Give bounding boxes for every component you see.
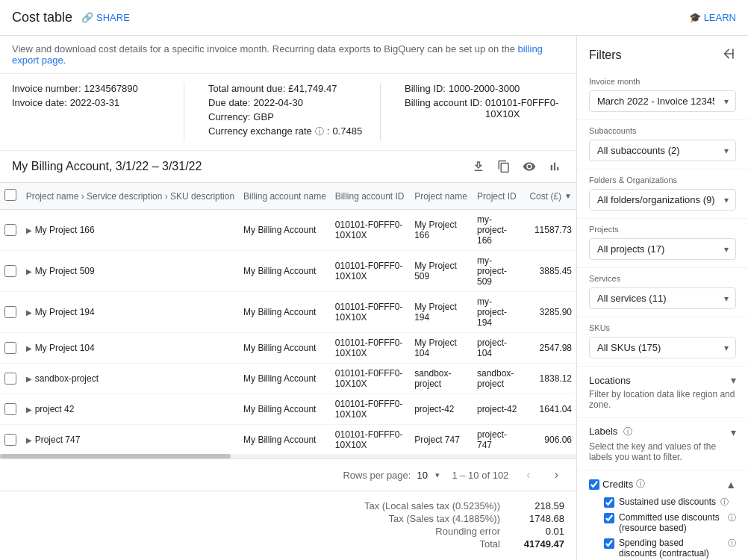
row-cost: 3285.90 [524,292,576,333]
total-row: Tax (Sales tax (4.1885%)) 1748.68 [12,513,564,524]
table-row: ▶My Project 166 My Billing Account 01010… [0,210,576,251]
row-project-name: My Project 166 [410,210,473,251]
total-label: Total [291,538,500,550]
expand-icon[interactable]: ▶ [26,226,32,234]
table-header: Project name › Service description › SKU… [0,183,576,210]
row-checkbox-cell[interactable] [0,394,22,425]
row-project: ▶Project 747 [22,425,239,455]
row-cost: 1641.04 [524,394,576,425]
labels-info-icon[interactable]: ⓘ [623,426,632,437]
col-cost-header[interactable]: Cost (£) ▼ [524,183,576,210]
table-row: ▶My Project 509 My Billing Account 01010… [0,251,576,292]
credits-checkbox[interactable] [589,479,599,490]
table-row: ▶project 42 My Billing Account 010101-F0… [0,394,576,425]
row-checkbox-cell[interactable] [0,425,22,455]
expand-icon[interactable]: ▶ [26,405,32,414]
total-label: Tax (Sales tax (4.1885%)) [291,513,500,524]
row-checkbox[interactable] [4,306,16,318]
row-checkbox-cell[interactable] [0,364,22,394]
projects-select[interactable]: All projects (17) [589,238,736,260]
col-project-header[interactable]: Project name › Service description › SKU… [22,183,239,210]
select-all-checkbox[interactable] [4,189,16,201]
row-project-name: sandbox-project [410,364,473,394]
row-project: ▶My Project 166 [22,210,239,251]
row-project-name: My Project 104 [410,333,473,364]
row-checkbox[interactable] [4,342,16,354]
expand-icon[interactable]: ▶ [26,436,32,444]
row-checkbox-cell[interactable] [0,292,22,333]
collapse-filters-button[interactable] [721,46,736,63]
top-header: Cost table 🔗 SHARE 🎓 LEARN [0,0,748,36]
row-checkbox[interactable] [4,224,16,236]
col-billing-name-header[interactable]: Billing account name [239,183,331,210]
row-billing-id: 010101-F0FFF0-10X10X [331,425,410,455]
total-value: 218.59 [512,500,564,511]
subaccounts-select[interactable]: All subaccounts (2) [589,140,736,161]
table-container: Project name › Service description › SKU… [0,182,576,454]
row-checkbox-cell[interactable] [0,251,22,292]
row-checkbox[interactable] [4,265,16,277]
row-project-name: My Project 194 [410,292,473,333]
learn-link[interactable]: 🎓 LEARN [689,12,736,23]
row-project: ▶My Project 104 [22,333,239,364]
row-checkbox[interactable] [4,373,16,385]
copy-button[interactable] [494,157,514,176]
credits-info-icon[interactable]: ⓘ [636,478,645,491]
services-select[interactable]: All services (11) [589,287,736,309]
next-page-button[interactable]: › [549,465,564,485]
row-project: ▶project 42 [22,394,239,425]
table-title: My Billing Account, 3/1/22 – 3/31/22 [12,160,202,173]
row-checkbox-cell[interactable] [0,333,22,364]
row-checkbox[interactable] [4,434,16,446]
row-checkbox[interactable] [4,403,16,415]
select-all-header[interactable] [0,183,22,210]
invoice-month-select[interactable]: March 2022 - Invoice 1234567890 [589,90,736,112]
total-row: Tax (Local sales tax (0.5235%)) 218.59 [12,500,564,511]
col-project-id-header[interactable]: Project ID [473,183,524,210]
row-billing-name: My Billing Account [239,364,331,394]
row-project-id: sandbox-project [473,364,524,394]
col-billing-id-header[interactable]: Billing account ID [331,183,410,210]
expand-icon[interactable]: ▶ [26,344,32,352]
row-billing-name: My Billing Account [239,251,331,292]
locations-header[interactable]: Locations ▾ [589,374,736,386]
locations-chevron-icon: ▾ [731,374,736,386]
rows-per-page-select[interactable]: 10 25 50 [417,470,440,481]
projects-select-wrap: All projects (17) [589,238,736,260]
row-billing-id: 010101-F0FFF0-10X10X [331,333,410,364]
services-select-wrap: All services (11) [589,287,736,309]
total-label: Tax (Local sales tax (0.5235%)) [291,500,500,511]
invoice-info: Invoice number: 1234567890 Invoice date:… [0,74,576,151]
row-billing-name: My Billing Account [239,210,331,251]
spending-based-checkbox[interactable] [604,538,614,549]
row-project-id: project-104 [473,333,524,364]
description-bar: View and download cost details for a spe… [0,36,576,74]
skus-select[interactable]: All SKUs (175) [589,337,736,358]
download-button[interactable] [469,157,488,176]
expand-icon[interactable]: ▶ [26,267,32,276]
chart-button[interactable] [545,157,564,176]
sustained-use-info-icon[interactable]: ⓘ [720,497,729,508]
subaccounts-select-wrap: All subaccounts (2) [589,140,736,161]
credits-chevron-icon[interactable]: ▲ [726,479,736,491]
row-billing-id: 010101-F0FFF0-10X10X [331,292,410,333]
row-project-name: My Project 509 [410,251,473,292]
committed-use-checkbox[interactable] [604,513,614,523]
col-project-name-header[interactable]: Project name [410,183,473,210]
expand-icon[interactable]: ▶ [26,375,32,383]
filter-services: Services All services (11) [577,268,748,317]
row-checkbox-cell[interactable] [0,210,22,251]
folders-select[interactable]: All folders/organizations (9) [589,189,736,211]
sustained-use-checkbox[interactable] [604,497,614,508]
row-cost: 11587.73 [524,210,576,251]
prev-page-button[interactable]: ‹ [520,465,536,485]
invoice-section-2: Total amount due: £41,749.47 Due date: 2… [196,83,381,141]
committed-use-info-icon[interactable]: ⓘ [728,512,736,523]
labels-header[interactable]: Labels ⓘ ▾ [589,426,736,438]
expand-icon[interactable]: ▶ [26,308,32,317]
exchange-rate-info-icon[interactable]: ⓘ [315,125,324,138]
share-link[interactable]: 🔗 SHARE [81,12,130,23]
view-button[interactable] [520,157,539,176]
spending-based-info-icon[interactable]: ⓘ [728,538,736,549]
credits-section: Credits ⓘ ▲ Sustained use discounts ⓘ Co… [577,470,748,560]
